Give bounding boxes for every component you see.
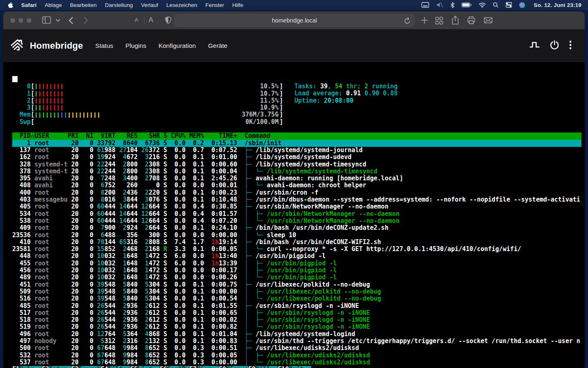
process-row-497[interactable]: 497 nobody 20 0 5312 2316 2132 S 0.0 0.1… bbox=[12, 338, 581, 345]
process-row-509[interactable]: 509 root 20 0 39548 5840 5304 S 0.0 0.1 … bbox=[12, 288, 581, 295]
nav-item-status[interactable]: Status bbox=[95, 42, 113, 49]
fkey-f7[interactable]: F7 bbox=[189, 366, 197, 368]
menubar-clock[interactable]: So. 12. Juni 23:19 bbox=[532, 2, 581, 8]
overflow-menu-icon[interactable] bbox=[569, 40, 572, 52]
process-row-518[interactable]: 518 root 20 0 26544 2936 2612 S 0.0 0.1 … bbox=[12, 316, 581, 323]
fkey-label-f10[interactable]: Quit bbox=[289, 366, 311, 368]
htop-terminal[interactable]: 0[10.5%] 1[10.7%] 2[11.5%] 3[10.9%] Mem[… bbox=[7, 74, 581, 368]
window-close-button[interactable] bbox=[10, 18, 15, 23]
fkey-label-f3[interactable]: Search bbox=[79, 366, 101, 368]
bluetooth-icon[interactable] bbox=[450, 2, 454, 8]
process-row-400[interactable]: 400 root 20 0 8200 2436 2220 S 0.0 0.1 0… bbox=[12, 189, 581, 196]
chevron-down-icon[interactable] bbox=[56, 19, 60, 22]
process-row-534[interactable]: 534 root 20 0 60444 14644 12664 S 0.0 0.… bbox=[12, 211, 581, 218]
forward-button[interactable] bbox=[84, 17, 88, 24]
fkey-f2[interactable]: F2 bbox=[42, 366, 49, 368]
process-row-517[interactable]: 517 root 20 0 26544 2936 2612 S 0.0 0.1 … bbox=[12, 310, 581, 316]
display-icon[interactable] bbox=[421, 2, 429, 8]
process-row-1[interactable]: 1 root 20 0 33792 8640 6736 S 0.0 0.2 0:… bbox=[12, 140, 581, 147]
battery-icon[interactable] bbox=[461, 2, 472, 7]
log-activity-icon[interactable] bbox=[529, 40, 540, 51]
process-row-328[interactable]: 328 systemd-t 20 0 22244 2800 2308 S 0.0… bbox=[12, 161, 581, 168]
process-row-162[interactable]: 162 root 20 0 19924 4672 3216 S 0.0 0.1 … bbox=[12, 154, 581, 161]
fkey-label-f4[interactable]: Filter bbox=[108, 366, 130, 368]
process-row-395[interactable]: 395 avahi 20 0 7248 3400 2708 S 0.0 0.1 … bbox=[12, 175, 581, 182]
reload-icon[interactable] bbox=[404, 17, 410, 25]
fkey-label-f1[interactable]: Help bbox=[20, 366, 42, 368]
process-row-496[interactable]: 496 root 20 0 12764 5364 4868 S 0.0 0.1 … bbox=[12, 331, 581, 338]
process-row-500[interactable]: 500 root 20 0 67648 9984 8652 S 0.0 0.3 … bbox=[12, 345, 581, 352]
nav-item-geräte[interactable]: Geräte bbox=[208, 42, 227, 49]
process-row-137[interactable]: 137 root 20 0 61988 27104 26372 S 0.0 0.… bbox=[12, 147, 581, 154]
volume-muted-icon[interactable] bbox=[436, 2, 443, 8]
fkey-f3[interactable]: F3 bbox=[71, 366, 79, 368]
menu-lesezeichen[interactable]: Lesezeichen bbox=[162, 2, 201, 8]
meter-bar: 10.7% bbox=[34, 90, 279, 97]
sidebar-icon[interactable] bbox=[42, 16, 51, 24]
fkey-f4[interactable]: F4 bbox=[101, 366, 108, 368]
nav-item-plugins[interactable]: Plugins bbox=[125, 42, 146, 49]
fkey-label-f2[interactable]: Setup bbox=[49, 366, 71, 368]
nav-item-konfiguration[interactable]: Konfiguration bbox=[158, 42, 196, 49]
share-button[interactable] bbox=[452, 16, 459, 25]
back-button[interactable] bbox=[69, 17, 73, 24]
process-row-489[interactable]: 489 root 20 0 10032 1648 1472 S 0.0 0.0 … bbox=[12, 274, 581, 281]
print-button[interactable] bbox=[467, 16, 475, 24]
meter-tick-red bbox=[61, 91, 62, 96]
spotlight-icon[interactable] bbox=[493, 2, 499, 8]
fkey-label-f8[interactable]: Nice + bbox=[226, 366, 248, 368]
process-row-519[interactable]: 519 root 20 0 26544 2936 2612 S 0.0 0.1 … bbox=[12, 323, 581, 330]
process-row-538[interactable]: 538 root 20 0 60444 14644 12664 S 0.0 0.… bbox=[12, 218, 581, 224]
process-row-23581[interactable]: 23581 root 20 0 15852 2468 2168 R 3.3 0.… bbox=[12, 246, 581, 253]
fkey-f1[interactable]: F1 bbox=[12, 366, 20, 368]
menu-fenster[interactable]: Fenster bbox=[201, 2, 228, 8]
homebridge-logo[interactable] bbox=[10, 37, 25, 54]
fkey-f10[interactable]: F10 bbox=[278, 366, 289, 368]
address-bar[interactable]: homebridge.local bbox=[174, 14, 414, 27]
siri-icon[interactable] bbox=[519, 2, 525, 8]
process-row-516[interactable]: 516 root 20 0 39548 5840 5304 S 0.0 0.1 … bbox=[12, 295, 581, 302]
apple-menu-icon[interactable] bbox=[4, 2, 17, 9]
process-row-448[interactable]: 448 root 20 0 10032 1648 1472 S 6.0 0.0 … bbox=[12, 253, 581, 260]
process-row-455[interactable]: 455 root 20 0 10032 1648 1472 S 6.0 0.0 … bbox=[12, 260, 581, 267]
process-table-header[interactable]: PID△USER PRI NI VIRT RES SHR S CPU% MEM%… bbox=[12, 132, 581, 139]
power-icon[interactable] bbox=[550, 40, 559, 52]
fkey-f6[interactable]: F6 bbox=[160, 366, 167, 368]
menu-darstellung[interactable]: Darstellung bbox=[101, 2, 137, 8]
new-tab-button[interactable] bbox=[421, 17, 428, 24]
window-minimize-button[interactable] bbox=[18, 18, 23, 23]
fkey-f8[interactable]: F8 bbox=[219, 366, 226, 368]
fkey-f9[interactable]: F9 bbox=[248, 366, 256, 368]
process-row-378[interactable]: 378 systemd-t 20 0 22244 2800 2308 S 0.0… bbox=[12, 168, 581, 175]
menu-verlauf[interactable]: Verlauf bbox=[137, 2, 162, 8]
process-row-532[interactable]: 532 root 20 0 67648 9984 8652 S 0.0 0.3 … bbox=[12, 352, 581, 359]
process-row-451[interactable]: 451 root 20 0 39548 5840 5304 S 0.0 0.1 … bbox=[12, 281, 581, 288]
text-smaller-button[interactable]: A bbox=[135, 17, 138, 23]
menu-hilfe[interactable]: Hilfe bbox=[228, 2, 247, 8]
wifi-icon[interactable] bbox=[479, 2, 486, 8]
process-row-537[interactable]: 537 root 20 0 67648 9984 8652 S 0.0 0.3 … bbox=[12, 359, 581, 366]
process-row-456[interactable]: 456 root 20 0 10032 1648 1472 S 0.0 0.0 … bbox=[12, 267, 581, 274]
fkey-label-f7[interactable]: Nice - bbox=[197, 366, 219, 368]
fkey-label-f9[interactable]: Kill bbox=[256, 366, 278, 368]
brand-title[interactable]: Homebridge bbox=[30, 40, 83, 51]
process-row-405[interactable]: 405 root 20 0 60444 14644 12664 S 0.0 0.… bbox=[12, 203, 581, 210]
text-larger-button[interactable]: A bbox=[149, 16, 153, 24]
control-center-icon[interactable] bbox=[506, 2, 512, 8]
menu-safari[interactable]: Safari bbox=[17, 2, 41, 8]
fkey-label-f6[interactable]: SortBy bbox=[167, 366, 189, 368]
process-row-408[interactable]: 408 avahi 20 0 6752 260 0 S 0.0 0.0 0:00… bbox=[12, 182, 581, 189]
mail-button[interactable] bbox=[484, 17, 492, 23]
fkey-label-f5[interactable]: List bbox=[138, 366, 160, 368]
process-row-403[interactable]: 403 messagebu 20 0 8016 3844 3076 S 0.0 … bbox=[12, 196, 581, 203]
process-row-410[interactable]: 410 root 20 0 70144 65316 2808 S 7.4 1.7… bbox=[12, 239, 581, 246]
tab-overview-button[interactable] bbox=[435, 17, 443, 25]
menu-ablage[interactable]: Ablage bbox=[41, 2, 66, 8]
fkey-f5[interactable]: F5 bbox=[130, 366, 138, 368]
process-row-485[interactable]: 485 root 20 0 26544 2936 2612 S 0.0 0.1 … bbox=[12, 303, 581, 310]
menu-bearbeiten[interactable]: Bearbeiten bbox=[66, 2, 101, 8]
process-row-409[interactable]: 409 root 20 0 7900 2924 2664 S 0.0 0.1 0… bbox=[12, 224, 581, 231]
privacy-shield-icon[interactable] bbox=[165, 16, 172, 24]
window-zoom-button[interactable] bbox=[27, 18, 31, 23]
process-row-23536[interactable]: 23536 root 20 0 6488 356 300 S 0.0 0.0 0… bbox=[12, 232, 581, 239]
